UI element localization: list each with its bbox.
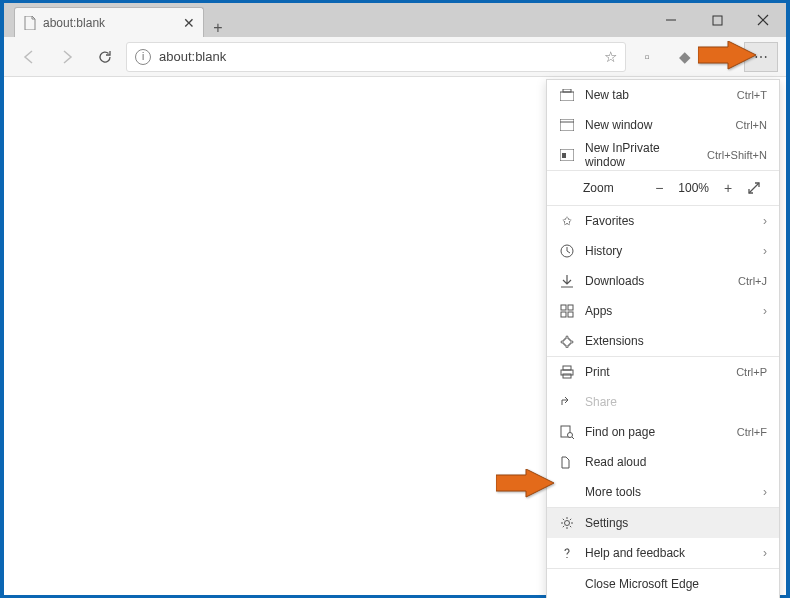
toolbar: i about:blank ☆ ▫ ◆ ★ ⋯ xyxy=(4,37,786,77)
apps-icon xyxy=(559,303,575,319)
address-bar[interactable]: i about:blank ☆ xyxy=(126,42,626,72)
arrow-to-settings xyxy=(496,469,554,503)
menu-item-print[interactable]: Print Ctrl+P xyxy=(547,357,779,387)
new-tab-icon xyxy=(559,87,575,103)
svg-rect-13 xyxy=(561,305,566,310)
help-icon xyxy=(559,545,575,561)
menu-item-history[interactable]: History › xyxy=(547,236,779,266)
menu-item-read-aloud[interactable]: Read aloud xyxy=(547,447,779,477)
svg-rect-6 xyxy=(563,89,571,92)
extensions-icon xyxy=(559,333,575,349)
zoom-in-button[interactable]: + xyxy=(717,180,739,196)
menu-item-favorites[interactable]: ✩ Favorites › xyxy=(547,206,779,236)
browser-window: about:blank ✕ + i xyxy=(4,3,786,595)
favorites-icon: ✩ xyxy=(559,213,575,229)
svg-marker-4 xyxy=(698,41,756,69)
toolbar-extension-icon-2[interactable]: ◆ xyxy=(668,42,702,72)
svg-rect-5 xyxy=(560,92,574,101)
new-tab-button[interactable]: + xyxy=(204,19,232,37)
svg-point-23 xyxy=(565,521,570,526)
menu-item-apps[interactable]: Apps › xyxy=(547,296,779,326)
menu-item-help[interactable]: Help and feedback › xyxy=(547,538,779,568)
svg-rect-7 xyxy=(560,119,574,131)
history-icon xyxy=(559,243,575,259)
toolbar-extension-icon-1[interactable]: ▫ xyxy=(630,42,664,72)
gear-icon xyxy=(559,515,575,531)
chevron-right-icon: › xyxy=(763,485,767,499)
svg-rect-16 xyxy=(568,312,573,317)
close-tab-button[interactable]: ✕ xyxy=(183,15,195,31)
back-button[interactable] xyxy=(12,42,46,72)
tab-strip: about:blank ✕ + xyxy=(4,3,648,37)
inprivate-icon xyxy=(559,147,575,163)
maximize-button[interactable] xyxy=(694,3,740,37)
menu-item-share: Share xyxy=(547,387,779,417)
new-window-icon xyxy=(559,117,575,133)
svg-line-11 xyxy=(749,183,759,193)
menu-item-find[interactable]: Find on page Ctrl+F xyxy=(547,417,779,447)
share-icon xyxy=(559,394,575,410)
favorite-star-icon[interactable]: ☆ xyxy=(604,48,617,66)
settings-menu: New tab Ctrl+T New window Ctrl+N New InP… xyxy=(546,79,780,598)
fullscreen-button[interactable] xyxy=(747,181,769,195)
close-window-button[interactable] xyxy=(740,3,786,37)
print-icon xyxy=(559,364,575,380)
page-content: New tab Ctrl+T New window Ctrl+N New InP… xyxy=(4,77,786,595)
zoom-value: 100% xyxy=(678,181,709,195)
svg-marker-24 xyxy=(496,469,554,497)
svg-rect-1 xyxy=(713,16,722,25)
forward-button[interactable] xyxy=(50,42,84,72)
downloads-icon xyxy=(559,273,575,289)
browser-tab[interactable]: about:blank ✕ xyxy=(14,7,204,37)
svg-point-21 xyxy=(568,433,573,438)
menu-item-close-edge[interactable]: Close Microsoft Edge xyxy=(547,569,779,598)
menu-item-new-window[interactable]: New window Ctrl+N xyxy=(547,110,779,140)
page-icon xyxy=(23,16,37,30)
svg-rect-14 xyxy=(568,305,573,310)
menu-item-zoom: Zoom − 100% + xyxy=(547,171,779,205)
minimize-button[interactable] xyxy=(648,3,694,37)
svg-rect-15 xyxy=(561,312,566,317)
menu-item-extensions[interactable]: Extensions xyxy=(547,326,779,356)
chevron-right-icon: › xyxy=(763,546,767,560)
svg-rect-17 xyxy=(563,366,571,370)
svg-rect-10 xyxy=(562,153,566,158)
address-text: about:blank xyxy=(159,49,226,64)
title-bar: about:blank ✕ + xyxy=(4,3,786,37)
menu-item-settings[interactable]: Settings xyxy=(547,508,779,538)
arrow-to-more-button xyxy=(698,41,756,75)
find-icon xyxy=(559,424,575,440)
window-controls xyxy=(648,3,786,37)
read-aloud-icon xyxy=(559,454,575,470)
menu-item-downloads[interactable]: Downloads Ctrl+J xyxy=(547,266,779,296)
menu-item-more-tools[interactable]: More tools › xyxy=(547,477,779,507)
chevron-right-icon: › xyxy=(763,304,767,318)
refresh-button[interactable] xyxy=(88,42,122,72)
tab-title: about:blank xyxy=(43,16,105,30)
zoom-out-button[interactable]: − xyxy=(648,180,670,196)
menu-item-new-tab[interactable]: New tab Ctrl+T xyxy=(547,80,779,110)
site-info-icon[interactable]: i xyxy=(135,49,151,65)
chevron-right-icon: › xyxy=(763,214,767,228)
chevron-right-icon: › xyxy=(763,244,767,258)
svg-line-22 xyxy=(572,437,574,439)
menu-item-new-inprivate[interactable]: New InPrivate window Ctrl+Shift+N xyxy=(547,140,779,170)
